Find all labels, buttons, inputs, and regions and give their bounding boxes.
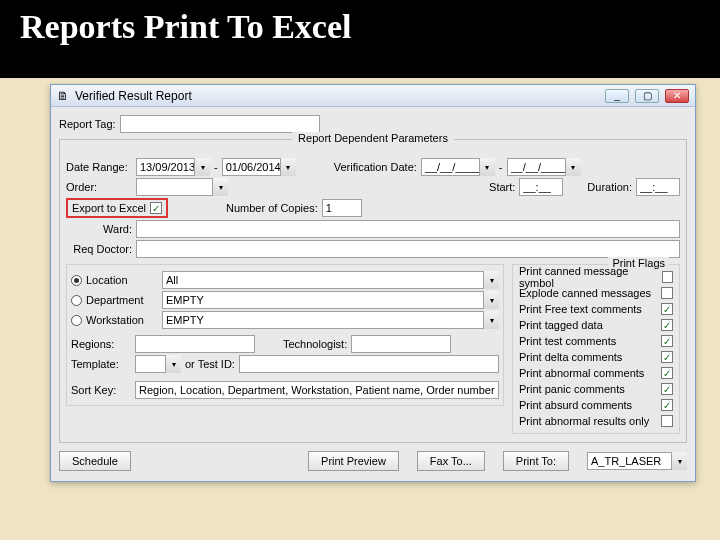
- date-sep2: -: [499, 161, 503, 173]
- regions-input[interactable]: [135, 335, 255, 353]
- chevron-down-icon[interactable]: ▾: [671, 452, 687, 470]
- flag-checkbox[interactable]: ✓: [661, 335, 673, 347]
- date-sep: -: [214, 161, 218, 173]
- duration-input[interactable]: [636, 178, 680, 196]
- print-to-button[interactable]: Print To:: [503, 451, 569, 471]
- ortestid-label: or Test ID:: [185, 358, 235, 370]
- date-to-picker[interactable]: ▾: [222, 158, 296, 176]
- chevron-down-icon[interactable]: ▾: [565, 158, 581, 176]
- export-excel-highlight: Export to Excel ✓: [66, 198, 168, 218]
- workstation-combo[interactable]: ▾: [162, 311, 499, 329]
- window-body: Report Tag: Report Dependent Parameters …: [51, 107, 695, 481]
- sortkey-label: Sort Key:: [71, 384, 131, 396]
- verif-from-picker[interactable]: ▾: [421, 158, 495, 176]
- scope-panel: Location ▾ Department ▾ Workstation ▾: [66, 264, 504, 406]
- flag-row: Print Free text comments✓: [519, 301, 673, 317]
- location-label: Location: [86, 274, 158, 286]
- start-input[interactable]: [519, 178, 563, 196]
- flag-row: Print abnormal results only: [519, 413, 673, 429]
- print-flags-group: Print Flags Print canned message symbol …: [512, 264, 680, 434]
- flag-checkbox[interactable]: [661, 415, 673, 427]
- report-icon: 🗎: [57, 89, 69, 103]
- flag-row: Print tagged data✓: [519, 317, 673, 333]
- ortestid-input[interactable]: [239, 355, 499, 373]
- chevron-down-icon[interactable]: ▾: [194, 158, 210, 176]
- flag-row: Print abnormal comments✓: [519, 365, 673, 381]
- copies-input[interactable]: [322, 199, 362, 217]
- location-combo[interactable]: ▾: [162, 271, 499, 289]
- close-button[interactable]: ✕: [665, 89, 689, 103]
- department-combo[interactable]: ▾: [162, 291, 499, 309]
- print-flags-legend: Print Flags: [608, 257, 669, 269]
- start-label: Start:: [489, 181, 515, 193]
- flag-row: Explode canned messages: [519, 285, 673, 301]
- report-tag-label: Report Tag:: [59, 118, 116, 130]
- verif-date-label: Verification Date:: [334, 161, 417, 173]
- chevron-down-icon[interactable]: ▾: [479, 158, 495, 176]
- report-tag-input[interactable]: [120, 115, 320, 133]
- titlebar[interactable]: 🗎 Verified Result Report _ ▢ ✕: [51, 85, 695, 107]
- chevron-down-icon[interactable]: ▾: [280, 158, 296, 176]
- flag-checkbox[interactable]: ✓: [661, 351, 673, 363]
- duration-label: Duration:: [587, 181, 632, 193]
- flag-row: Print panic comments✓: [519, 381, 673, 397]
- flag-checkbox[interactable]: ✓: [661, 367, 673, 379]
- fax-to-button[interactable]: Fax To...: [417, 451, 485, 471]
- department-label: Department: [86, 294, 158, 306]
- order-label: Order:: [66, 181, 132, 193]
- flag-row: Print canned message symbol: [519, 269, 673, 285]
- chevron-down-icon[interactable]: ▾: [212, 178, 228, 196]
- export-excel-label: Export to Excel: [72, 202, 146, 214]
- regions-label: Regions:: [71, 338, 131, 350]
- radio-location[interactable]: [71, 275, 82, 286]
- copies-label: Number of Copies:: [226, 202, 318, 214]
- workstation-label: Workstation: [86, 314, 158, 326]
- flag-checkbox[interactable]: ✓: [661, 319, 673, 331]
- slide-title: Reports Print To Excel: [20, 8, 700, 46]
- dependent-params-group: Report Dependent Parameters Date Range: …: [59, 139, 687, 443]
- flag-row: Print absurd comments✓: [519, 397, 673, 413]
- slide-header: Reports Print To Excel: [0, 0, 720, 78]
- technologist-label: Technologist:: [283, 338, 347, 350]
- date-range-label: Date Range:: [66, 161, 132, 173]
- schedule-button[interactable]: Schedule: [59, 451, 131, 471]
- window-title: Verified Result Report: [75, 89, 192, 103]
- technologist-input[interactable]: [351, 335, 451, 353]
- chevron-down-icon[interactable]: ▾: [165, 355, 181, 373]
- dependent-params-legend: Report Dependent Parameters: [292, 132, 454, 144]
- chevron-down-icon[interactable]: ▾: [483, 291, 499, 309]
- template-combo[interactable]: ▾: [135, 355, 181, 373]
- reqdoc-label: Req Doctor:: [66, 243, 132, 255]
- minimize-button[interactable]: _: [605, 89, 629, 103]
- export-excel-checkbox[interactable]: ✓: [150, 202, 162, 214]
- chevron-down-icon[interactable]: ▾: [483, 271, 499, 289]
- window-verified-result-report: 🗎 Verified Result Report _ ▢ ✕ Report Ta…: [50, 84, 696, 482]
- flag-checkbox[interactable]: ✓: [661, 399, 673, 411]
- flag-checkbox[interactable]: [661, 287, 673, 299]
- verif-to-picker[interactable]: ▾: [507, 158, 581, 176]
- maximize-button[interactable]: ▢: [635, 89, 659, 103]
- print-preview-button[interactable]: Print Preview: [308, 451, 399, 471]
- order-combo[interactable]: ▾: [136, 178, 228, 196]
- template-label: Template:: [71, 358, 131, 370]
- flag-checkbox[interactable]: ✓: [661, 383, 673, 395]
- flag-checkbox[interactable]: ✓: [661, 303, 673, 315]
- ward-input[interactable]: [136, 220, 680, 238]
- chevron-down-icon[interactable]: ▾: [483, 311, 499, 329]
- printer-combo[interactable]: ▾: [587, 452, 687, 470]
- reqdoc-input[interactable]: [136, 240, 680, 258]
- date-from-picker[interactable]: ▾: [136, 158, 210, 176]
- flag-checkbox[interactable]: [662, 271, 673, 283]
- radio-department[interactable]: [71, 295, 82, 306]
- radio-workstation[interactable]: [71, 315, 82, 326]
- sortkey-input[interactable]: [135, 381, 499, 399]
- flag-row: Print delta comments✓: [519, 349, 673, 365]
- ward-label: Ward:: [66, 223, 132, 235]
- flag-row: Print test comments✓: [519, 333, 673, 349]
